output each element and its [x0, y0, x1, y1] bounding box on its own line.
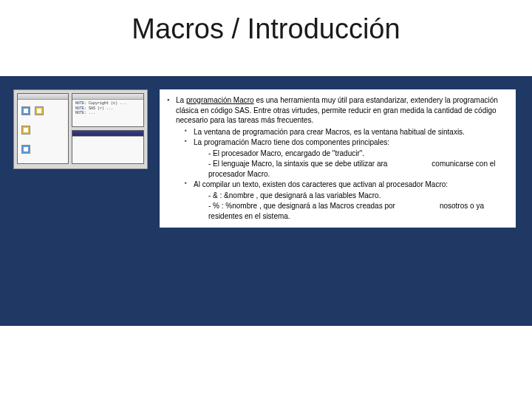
slide-title: Macros / Introducción — [0, 0, 532, 60]
body-text: La programación Macro es una herramienta… — [160, 89, 516, 228]
component-language: - El lenguaje Macro, la sintaxis que se … — [167, 159, 508, 179]
comp-lang-pre: - El lenguaje Macro, la sintaxis que se … — [208, 160, 387, 168]
lead-term: programación Macro — [186, 96, 254, 104]
char-pct-pre: - % : %nombre , que designará a las Macr… — [208, 202, 395, 210]
editor-pane — [72, 130, 144, 164]
char-percent: - % : %nombre , que designará a las Macr… — [167, 201, 508, 221]
explorer-pane — [17, 93, 69, 164]
subpoint-window: La ventana de programación para crear Ma… — [167, 127, 508, 137]
screenshot-thumbnail: NOTE: Copyright (c) ...NOTE: SAS (r) ...… — [13, 89, 148, 169]
char-ampersand: - & : &nombre , que designará a las vari… — [167, 191, 508, 201]
subpoint-components: La programación Macro tiene dos componen… — [167, 137, 508, 148]
sas-window-mock: NOTE: Copyright (c) ...NOTE: SAS (r) ...… — [13, 89, 148, 169]
component-processor: - El procesador Macro, encargado de "tra… — [167, 149, 508, 159]
subpoint-chars: Al compilar un texto, existen dos caract… — [167, 180, 508, 190]
lead-paragraph: La programación Macro es una herramienta… — [167, 95, 508, 126]
slide: Macros / Introducción NOTE: Copyright (c… — [0, 0, 532, 399]
lead-pre: La — [176, 96, 186, 104]
content-band: NOTE: Copyright (c) ...NOTE: SAS (r) ...… — [0, 76, 532, 326]
log-pane: NOTE: Copyright (c) ...NOTE: SAS (r) ...… — [72, 93, 144, 127]
